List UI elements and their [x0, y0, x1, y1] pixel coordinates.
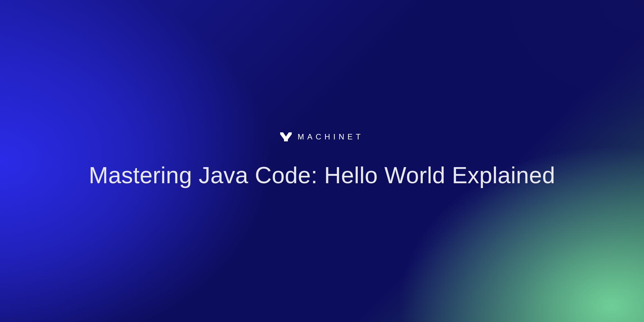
brand-logo: MACHINET [280, 132, 364, 141]
brand-name: MACHINET [298, 132, 364, 141]
hero-banner: MACHINET Mastering Java Code: Hello Worl… [0, 0, 644, 322]
hero-title: Mastering Java Code: Hello World Explain… [89, 161, 555, 190]
machinet-m-icon [280, 132, 292, 141]
